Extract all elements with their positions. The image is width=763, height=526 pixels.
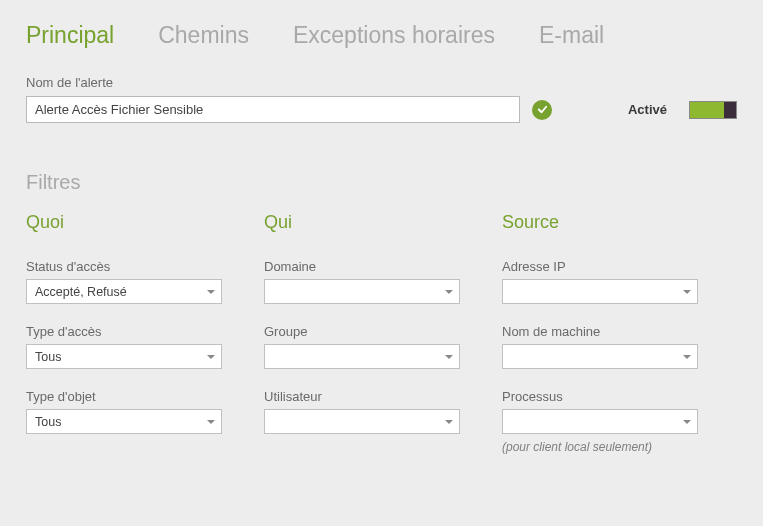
- col-qui: Qui Domaine Groupe Utilisateur: [264, 212, 464, 458]
- col-quoi: Quoi Status d'accès Accepté, Refusé Type…: [26, 212, 226, 458]
- group-label: Groupe: [264, 324, 464, 339]
- domain-label: Domaine: [264, 259, 464, 274]
- object-type-label: Type d'objet: [26, 389, 226, 404]
- alert-name-input[interactable]: [26, 96, 520, 123]
- col-source: Source Adresse IP Nom de machine Process…: [502, 212, 702, 458]
- chevron-down-icon: [207, 355, 215, 359]
- machine-select[interactable]: [502, 344, 698, 369]
- chevron-down-icon: [683, 420, 691, 424]
- source-title: Source: [502, 212, 702, 233]
- chevron-down-icon: [683, 290, 691, 294]
- check-icon: [532, 100, 552, 120]
- chevron-down-icon: [207, 290, 215, 294]
- access-type-label: Type d'accès: [26, 324, 226, 339]
- user-select[interactable]: [264, 409, 460, 434]
- access-type-select[interactable]: Tous: [26, 344, 222, 369]
- tabs: Principal Chemins Exceptions horaires E-…: [0, 0, 763, 59]
- ip-label: Adresse IP: [502, 259, 702, 274]
- activated-label: Activé: [628, 102, 667, 117]
- tab-email[interactable]: E-mail: [539, 22, 604, 49]
- status-access-value: Accepté, Refusé: [35, 285, 127, 299]
- process-hint: (pour client local seulement): [502, 440, 702, 454]
- chevron-down-icon: [445, 355, 453, 359]
- domain-select[interactable]: [264, 279, 460, 304]
- chevron-down-icon: [207, 420, 215, 424]
- object-type-select[interactable]: Tous: [26, 409, 222, 434]
- quoi-title: Quoi: [26, 212, 226, 233]
- tab-chemins[interactable]: Chemins: [158, 22, 249, 49]
- group-select[interactable]: [264, 344, 460, 369]
- object-type-value: Tous: [35, 415, 61, 429]
- user-label: Utilisateur: [264, 389, 464, 404]
- alert-name-label: Nom de l'alerte: [26, 75, 737, 90]
- status-access-select[interactable]: Accepté, Refusé: [26, 279, 222, 304]
- chevron-down-icon: [445, 290, 453, 294]
- qui-title: Qui: [264, 212, 464, 233]
- chevron-down-icon: [683, 355, 691, 359]
- filters-title: Filtres: [26, 171, 737, 194]
- ip-select[interactable]: [502, 279, 698, 304]
- status-access-label: Status d'accès: [26, 259, 226, 274]
- activated-toggle[interactable]: [689, 101, 737, 119]
- machine-label: Nom de machine: [502, 324, 702, 339]
- access-type-value: Tous: [35, 350, 61, 364]
- tab-principal[interactable]: Principal: [26, 22, 114, 49]
- process-label: Processus: [502, 389, 702, 404]
- process-select[interactable]: [502, 409, 698, 434]
- tab-exceptions[interactable]: Exceptions horaires: [293, 22, 495, 49]
- chevron-down-icon: [445, 420, 453, 424]
